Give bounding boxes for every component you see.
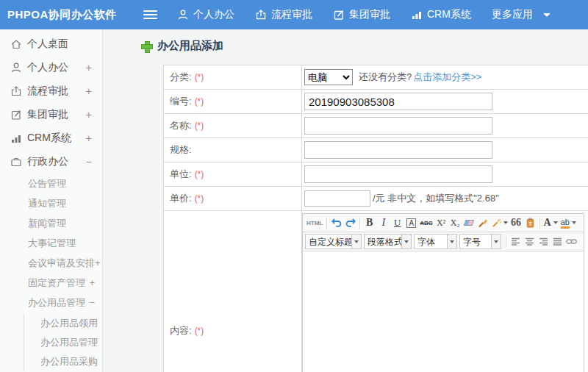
paste-as-text-icon[interactable]: T [523,215,537,230]
code-input[interactable] [304,93,492,110]
name-input[interactable] [304,117,492,135]
font-family-combo[interactable]: 字体 [414,234,457,249]
italic-button[interactable]: I [376,215,390,230]
highlight-color-button[interactable]: ab [559,215,578,230]
nav-more-apps[interactable]: 更多应用 [492,8,551,21]
sidebar-item-personal-office[interactable]: 个人办公 + [0,56,102,79]
combo-label: 自定义标题 [306,235,351,248]
nav-crm[interactable]: CRM系统 [411,8,471,21]
unit-input[interactable] [304,165,492,183]
html-source-button[interactable]: HTML [305,215,324,230]
sidebar-item-personal-desktop[interactable]: 个人桌面 [0,32,102,56]
app-logo[interactable]: PHPOA协同办公软件 [0,8,117,22]
bold-button[interactable]: B [362,215,376,230]
field-label: 单价: [170,192,192,205]
category-row: 分类: (*) 电脑 还没有分类? 点击添加分类>> [164,65,588,90]
undo-icon[interactable] [329,215,343,230]
sidebar: 个人桌面 个人办公 + 流程审批 + 集团审批 + [0,29,103,372]
menu-toggle-icon[interactable] [143,10,157,19]
link-icon[interactable] [564,235,578,249]
user-icon [10,62,22,74]
custom-title-combo[interactable]: 自定义标题 [305,234,362,249]
bar-chart-icon [411,9,423,21]
add-category-link[interactable]: 点击添加分类>> [413,71,481,84]
format-brush-icon[interactable] [476,215,490,230]
sidebar-sub-label: 通知管理 [28,197,66,210]
eraser-shape [464,220,475,226]
page-title-text: 办公用品添加 [157,39,223,53]
subscript-button[interactable]: X₂ [448,215,462,230]
expand-plus-icon[interactable]: + [89,277,95,288]
sidebar-item-label: 个人办公 [27,61,68,74]
font-size-combo[interactable]: 字号 [459,234,501,249]
font-color-button[interactable]: A [542,215,559,230]
sidebar-subsub-supplies-purchase[interactable]: 办公用品采购 [24,352,102,371]
required-mark: (*) [195,326,204,336]
sidebar-subsub-supplies-requisition[interactable]: 办公用品领用 [24,314,102,333]
sidebar-sub-label: 固定资产管理 [28,276,85,290]
collapse-minus-icon[interactable]: − [86,156,92,168]
topbar: PHPOA协同办公软件 个人办公 流程审批 集团审批 CRM系统 [0,0,588,29]
auto-typeset-icon[interactable] [490,215,509,230]
sidebar-subsub-supplies-management[interactable]: 办公用品管理 [24,333,102,352]
sidebar-sub-notification[interactable]: 通知管理 [0,193,102,213]
home-icon [10,38,22,50]
chevron-down-icon[interactable] [401,235,411,248]
redo-icon[interactable] [343,215,357,230]
superscript-button[interactable]: X² [434,215,448,230]
expand-plus-icon[interactable]: + [86,109,92,121]
align-left-icon[interactable] [509,235,523,249]
nav-flow-approval[interactable]: 流程审批 [255,8,312,21]
nav-group-approval[interactable]: 集团审批 [333,8,390,21]
collapse-minus-icon[interactable]: − [89,297,95,308]
align-center-icon[interactable] [523,235,537,249]
chevron-down-icon [553,221,558,224]
expand-plus-icon[interactable]: + [86,62,92,74]
svg-text:T: T [528,221,532,227]
paragraph-format-combo[interactable]: 段落格式 [364,234,412,249]
nav-label: 更多应用 [492,8,533,21]
sidebar-item-group-approval[interactable]: 集团审批 + [0,103,102,126]
name-row: 名称: (*) [164,114,588,138]
strikethrough-button[interactable]: ABC [418,215,434,230]
sidebar-sub-label: 新闻管理 [28,217,66,230]
sidebar-item-label: 集团审批 [27,108,68,121]
chevron-down-icon [543,13,551,17]
spec-input[interactable] [304,141,492,159]
align-right-icon[interactable] [537,235,551,249]
font-border-button[interactable]: A [404,215,418,230]
blockquote-button[interactable]: 66 [509,215,523,230]
expand-plus-icon[interactable]: + [86,85,92,97]
sidebar-sub-announcement[interactable]: 公告管理 [0,174,102,193]
sidebar-sub-news[interactable]: 新闻管理 [0,213,102,233]
toolbar-separator [359,218,360,229]
sidebar-sub-label: 会议申请及安排+ [28,257,101,270]
sidebar-item-crm[interactable]: CRM系统 + [0,126,102,150]
nav-personal-office[interactable]: 个人办公 [177,8,234,21]
required-mark: (*) [195,72,204,82]
sidebar-item-admin-office[interactable]: 行政办公 − [0,150,102,174]
nav-label: 个人办公 [193,8,234,21]
expand-plus-icon[interactable]: + [86,132,92,144]
sidebar-sub-office-supplies[interactable]: 办公用品管理 − [0,293,102,312]
underline-button[interactable]: U [390,215,404,230]
sidebar-sub-fixed-assets[interactable]: 固定资产管理 + [0,273,102,293]
sidebar-item-label: CRM系统 [27,132,71,145]
chevron-down-icon[interactable] [351,235,361,248]
required-mark: (*) [195,96,204,107]
sidebar-sub-events[interactable]: 大事记管理 [0,233,102,253]
editor-content-area[interactable] [303,251,584,372]
sidebar-sub-meeting[interactable]: 会议申请及安排+ [0,253,102,273]
category-select[interactable]: 电脑 [304,69,353,85]
eraser-icon[interactable] [462,215,476,230]
justify-icon[interactable] [551,235,564,249]
code-label: 编号: (*) [164,90,302,113]
name-label: 名称: (*) [164,114,302,137]
sidebar-item-flow-approval[interactable]: 流程审批 + [0,79,102,103]
field-label: 分类: [170,71,192,84]
chevron-down-icon[interactable] [447,235,456,248]
chevron-down-icon[interactable] [491,235,501,248]
content-row: 内容: (*) HTML [164,211,588,372]
nav-label: CRM系统 [427,8,471,21]
price-input[interactable] [304,190,370,207]
